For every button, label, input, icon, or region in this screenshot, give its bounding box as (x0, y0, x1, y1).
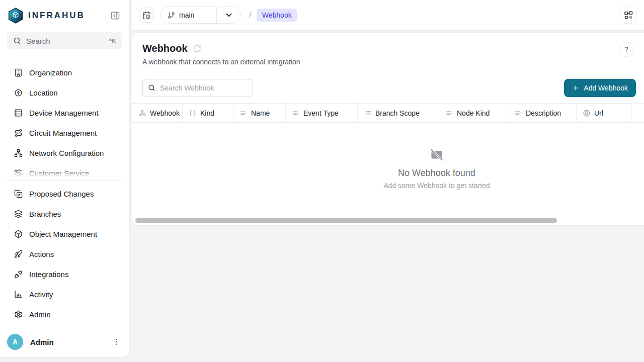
column-label: Event Type (303, 109, 339, 117)
column-header-branch-scope: Branch Scope (358, 104, 439, 122)
nav-label: Organization (29, 68, 72, 77)
topbar: main / Webhook (132, 0, 644, 31)
kebab-menu-icon[interactable] (110, 336, 122, 348)
empty-state-subtitle: Add some Webhook to get started (383, 182, 490, 190)
sidebar-item-admin[interactable]: Admin (0, 304, 129, 324)
content-card: Webhook ? A webhook that connects to an … (132, 32, 644, 226)
breadcrumb-separator: / (249, 11, 251, 20)
column-header-name: Name (233, 104, 286, 122)
nav-label: Proposed Changes (29, 190, 94, 198)
column-label: Description (526, 109, 561, 117)
column-label: Node Kind (457, 109, 490, 117)
breadcrumb-current[interactable]: Webhook (257, 9, 297, 22)
infrahub-logo-icon (8, 8, 23, 24)
server-icon (14, 109, 23, 117)
text-icon (240, 110, 247, 117)
sidebar-nav-secondary: Proposed Changes Branches Object Managem… (0, 184, 129, 324)
page-description: A webhook that connects to an external i… (142, 58, 634, 66)
braces-icon (189, 110, 196, 117)
column-header-spacer (632, 104, 644, 122)
network-icon (14, 149, 23, 157)
table-header-row: Webhook Kind Name (132, 104, 644, 123)
gear-icon (14, 310, 23, 319)
add-webhook-button[interactable]: Add Webhook (564, 79, 636, 97)
scrollbar-thumb[interactable] (135, 218, 557, 223)
calendar-clock-icon (142, 11, 151, 20)
sidebar-search-shortcut: ^K (109, 37, 116, 45)
column-header-webhook: Webhook (132, 104, 183, 122)
webhook-icon (139, 110, 146, 117)
nav-label: Object Management (29, 230, 97, 238)
branch-dropdown-toggle[interactable] (216, 7, 240, 23)
nav-label: Integrations (29, 270, 68, 279)
sidebar-item-activity[interactable]: Activity (0, 284, 129, 304)
sidebar-item-object-management[interactable]: Object Management (0, 224, 129, 244)
sidebar-item-branches[interactable]: Branches (0, 204, 129, 224)
sidebar-divider (7, 180, 122, 180)
brand-header: INFRAHUB (0, 0, 129, 31)
git-branch-icon (168, 12, 175, 19)
schema-icon (623, 10, 633, 20)
column-label: Kind (200, 109, 214, 117)
empty-state: No Webhook found Add some Webhook to get… (132, 123, 644, 214)
avatar: A (7, 334, 23, 350)
refresh-icon[interactable] (193, 44, 201, 53)
building-icon (14, 68, 23, 77)
sidebar: INFRAHUB Search ^K Organization (0, 0, 130, 357)
sidebar-item-network-configuration[interactable]: Network Configuration (0, 143, 129, 163)
column-label: Url (594, 109, 603, 117)
nav-label: Actions (29, 250, 54, 258)
nav-label: Network Configuration (29, 149, 104, 157)
text-icon (446, 110, 453, 117)
time-travel-button[interactable] (139, 8, 154, 23)
nav-label: Device Management (29, 109, 99, 117)
column-header-event-type: Event Type (286, 104, 358, 122)
layers-icon (14, 210, 23, 218)
sidebar-collapse-icon[interactable] (109, 10, 121, 22)
brand-name: INFRAHUB (28, 11, 85, 21)
search-icon (148, 84, 155, 92)
text-icon (515, 110, 522, 117)
nav-label: Admin (29, 310, 51, 319)
schema-visualizer-button[interactable] (620, 7, 637, 24)
column-header-kind: Kind (183, 104, 233, 122)
nav-label: Customer Service (29, 169, 89, 177)
bar-chart-icon (14, 290, 23, 299)
plus-icon (572, 84, 579, 92)
nav-label: Location (29, 88, 58, 97)
sidebar-item-customer-service[interactable]: Customer Service (0, 163, 129, 177)
sidebar-item-location[interactable]: Location (0, 82, 129, 103)
sidebar-item-actions[interactable]: Actions (0, 244, 129, 264)
proposed-changes-icon (14, 190, 23, 198)
rocket-icon (14, 250, 23, 258)
sidebar-search[interactable]: Search ^K (7, 32, 122, 49)
user-name: Admin (30, 338, 54, 346)
help-button[interactable]: ? (619, 42, 634, 57)
search-icon (13, 37, 21, 45)
user-menu[interactable]: A Admin (7, 334, 122, 350)
search-input[interactable] (142, 79, 253, 97)
toolbar: Add Webhook (132, 79, 644, 97)
column-header-description: Description (508, 104, 577, 122)
branch-selector-value[interactable]: main (160, 7, 216, 23)
chevron-down-icon (224, 11, 233, 20)
sidebar-item-integrations[interactable]: Integrations (0, 264, 129, 284)
sidebar-item-organization[interactable]: Organization (0, 62, 129, 82)
nav-label: Branches (29, 210, 61, 218)
branch-selector[interactable]: main (160, 7, 241, 24)
sidebar-item-device-management[interactable]: Device Management (0, 103, 129, 123)
column-header-url: Url (577, 104, 632, 122)
sidebar-item-circuit-management[interactable]: Circuit Management (0, 123, 129, 143)
nav-label: Activity (29, 290, 53, 299)
webhook-table: Webhook Kind Name (132, 103, 644, 214)
list-icon (364, 110, 371, 117)
column-label: Name (251, 109, 270, 117)
horizontal-scrollbar (132, 217, 644, 225)
add-webhook-label: Add Webhook (584, 84, 628, 92)
object-search (142, 79, 253, 97)
text-icon (292, 110, 299, 117)
branch-name: main (179, 11, 194, 19)
no-data-icon (430, 148, 444, 162)
column-label: Branch Scope (375, 109, 420, 117)
sidebar-item-proposed-changes[interactable]: Proposed Changes (0, 184, 129, 204)
